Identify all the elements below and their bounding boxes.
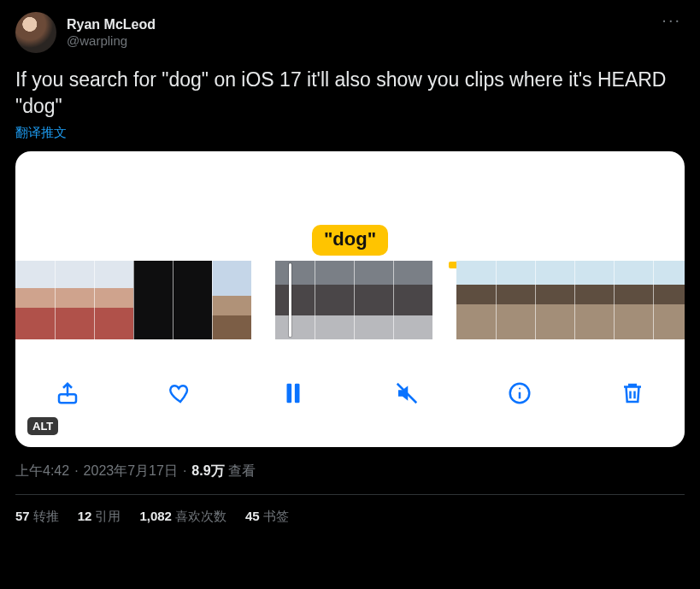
clip-thumbnail[interactable] (94, 261, 133, 339)
mute-icon[interactable] (392, 379, 421, 408)
tweet-date[interactable]: 2023年7月17日 (84, 462, 178, 480)
trash-icon[interactable] (618, 379, 647, 408)
clip-thumbnail[interactable] (133, 261, 173, 339)
tweet-header: Ryan McLeod @warpling (15, 12, 685, 53)
tweet-container: ··· Ryan McLeod @warpling If you search … (0, 0, 700, 525)
info-icon[interactable] (505, 379, 534, 408)
clip-cluster[interactable] (15, 261, 251, 339)
author-display-name[interactable]: Ryan McLeod (67, 16, 156, 33)
likes-stat[interactable]: 1,082喜欢次数 (139, 509, 226, 525)
pause-icon[interactable] (279, 379, 308, 408)
alt-badge[interactable]: ALT (27, 417, 58, 435)
separator: · (74, 463, 78, 479)
tweet-meta: 上午4:42 · 2023年7月17日 · 8.9万 查看 (15, 462, 685, 480)
bookmarks-stat[interactable]: 45书签 (245, 509, 289, 525)
stat-label: 喜欢次数 (175, 509, 226, 523)
clip-thumbnail[interactable] (212, 261, 251, 339)
share-icon[interactable] (53, 379, 82, 408)
stat-label: 引用 (95, 509, 121, 523)
search-term-badge: "dog" (312, 225, 388, 256)
avatar[interactable] (15, 12, 56, 53)
views-label: 查看 (228, 462, 256, 480)
translate-link[interactable]: 翻译推文 (15, 125, 67, 141)
tweet-time[interactable]: 上午4:42 (15, 462, 69, 480)
clip-cluster-active[interactable] (275, 261, 432, 339)
media-attachment[interactable]: "dog" (15, 151, 685, 447)
clip-thumbnail[interactable] (15, 261, 55, 339)
clip-cluster[interactable] (456, 261, 685, 339)
stat-label: 书签 (263, 509, 289, 523)
author-handle[interactable]: @warpling (67, 33, 156, 50)
stat-count: 1,082 (139, 509, 172, 523)
clip-thumbnail[interactable] (496, 261, 535, 339)
stat-count: 12 (78, 509, 92, 523)
separator: · (183, 463, 186, 479)
clip-thumbnail[interactable] (173, 261, 212, 339)
author-block: Ryan McLeod @warpling (67, 16, 156, 50)
heart-icon[interactable] (166, 379, 195, 408)
clip-thumbnail[interactable] (653, 261, 685, 339)
clip-thumbnail[interactable] (55, 261, 94, 339)
media-toolbar (15, 339, 685, 447)
retweets-stat[interactable]: 57转推 (15, 509, 59, 525)
tweet-text: If you search for "dog" on iOS 17 it'll … (15, 67, 685, 120)
clip-thumbnail[interactable] (354, 261, 393, 339)
clip-thumbnail[interactable] (275, 261, 315, 339)
clip-thumbnail[interactable] (456, 261, 496, 339)
clip-thumbnail[interactable] (535, 261, 574, 339)
stat-label: 转推 (33, 509, 59, 523)
views-count[interactable]: 8.9万 (191, 462, 224, 480)
svg-point-6 (519, 387, 521, 389)
svg-rect-2 (295, 384, 300, 403)
clip-thumbnail[interactable] (614, 261, 653, 339)
quotes-stat[interactable]: 12引用 (78, 509, 121, 525)
more-options-button[interactable]: ··· (662, 10, 681, 30)
stat-count: 45 (245, 509, 260, 523)
clip-thumbnail[interactable] (393, 261, 432, 339)
media-caption-area: "dog" (15, 151, 685, 261)
clip-thumbnail[interactable] (574, 261, 614, 339)
tweet-stats: 57转推 12引用 1,082喜欢次数 45书签 (15, 495, 685, 525)
video-scrubber-strip[interactable] (15, 261, 685, 339)
clip-thumbnail[interactable] (315, 261, 354, 339)
svg-rect-1 (287, 384, 292, 403)
stat-count: 57 (15, 509, 30, 523)
